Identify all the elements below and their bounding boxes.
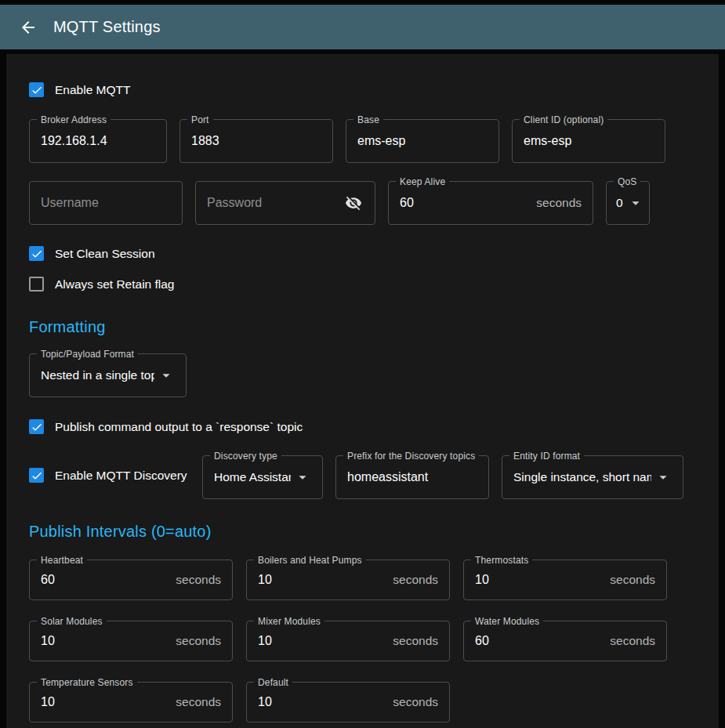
publish-intervals-heading: Publish Intervals (0=auto) bbox=[29, 523, 696, 541]
page-title: MQTT Settings bbox=[53, 18, 161, 36]
base-input[interactable] bbox=[357, 134, 488, 148]
mixer-input[interactable] bbox=[258, 634, 386, 648]
temperature-sensors-label: Temperature Sensors bbox=[37, 677, 137, 688]
broker-address-label: Broker Address bbox=[37, 114, 111, 125]
thermostats-input[interactable] bbox=[475, 573, 604, 587]
toggle-password-visibility-button[interactable] bbox=[343, 193, 364, 213]
water-interval-field[interactable]: Water Modules seconds bbox=[463, 621, 667, 661]
keep-alive-unit: seconds bbox=[536, 196, 582, 210]
topic-format-label: Topic/Payload Format bbox=[37, 349, 138, 360]
thermostats-unit: seconds bbox=[610, 573, 655, 587]
keep-alive-input[interactable] bbox=[400, 196, 530, 210]
enable-mqtt-row: Enable MQTT bbox=[29, 82, 696, 97]
broker-address-input[interactable] bbox=[41, 134, 155, 148]
enable-mqtt-checkbox[interactable] bbox=[29, 82, 44, 97]
checkmark-icon bbox=[31, 421, 43, 433]
discovery-type-select[interactable]: Discovery type Home Assistant bbox=[202, 455, 323, 499]
qos-value: 0 bbox=[616, 196, 624, 210]
water-input[interactable] bbox=[475, 634, 604, 648]
password-field[interactable] bbox=[195, 181, 375, 225]
discovery-prefix-field[interactable]: Prefix for the Discovery topics bbox=[335, 455, 489, 499]
boilers-input[interactable] bbox=[258, 573, 386, 587]
solar-input[interactable] bbox=[41, 634, 169, 648]
mixer-label: Mixer Modules bbox=[254, 616, 324, 627]
thermostats-label: Thermostats bbox=[471, 555, 532, 566]
caret-down-icon bbox=[294, 469, 311, 486]
app-bar: MQTT Settings bbox=[0, 5, 725, 49]
discovery-enable-row: Enable MQTT Discovery bbox=[29, 468, 190, 483]
boilers-label: Boilers and Heat Pumps bbox=[254, 555, 366, 566]
back-button[interactable] bbox=[11, 10, 45, 45]
boilers-unit: seconds bbox=[393, 573, 438, 587]
clean-session-row: Set Clean Session bbox=[29, 246, 696, 261]
heartbeat-label: Heartbeat bbox=[37, 555, 87, 566]
qos-label: QoS bbox=[614, 176, 640, 187]
visibility-off-icon bbox=[345, 194, 362, 212]
topic-format-value: Nested in a single topic bbox=[41, 368, 154, 382]
heartbeat-unit: seconds bbox=[176, 573, 221, 587]
topic-format-select[interactable]: Topic/Payload Format Nested in a single … bbox=[29, 353, 187, 397]
solar-label: Solar Modules bbox=[37, 616, 107, 627]
entity-id-format-label: Entity ID format bbox=[509, 451, 584, 462]
username-input[interactable] bbox=[41, 196, 171, 210]
credentials-row: Keep Alive seconds QoS 0 bbox=[29, 181, 696, 225]
settings-panel: Enable MQTT Broker Address Port Base Cli… bbox=[6, 54, 719, 728]
discovery-row: Enable MQTT Discovery Discovery type Hom… bbox=[29, 455, 696, 499]
port-field[interactable]: Port bbox=[179, 119, 333, 163]
broker-address-field[interactable]: Broker Address bbox=[29, 119, 167, 163]
water-label: Water Modules bbox=[471, 616, 543, 627]
back-arrow-icon bbox=[19, 18, 38, 37]
heartbeat-input[interactable] bbox=[41, 573, 169, 587]
temperature-sensors-interval-field[interactable]: Temperature Sensors seconds bbox=[29, 682, 233, 723]
keep-alive-field[interactable]: Keep Alive seconds bbox=[388, 181, 593, 225]
enable-mqtt-label: Enable MQTT bbox=[55, 83, 130, 97]
water-unit: seconds bbox=[610, 634, 655, 648]
discovery-prefix-input[interactable] bbox=[347, 470, 477, 484]
topic-format-row: Topic/Payload Format Nested in a single … bbox=[29, 353, 696, 397]
formatting-heading: Formatting bbox=[29, 318, 696, 336]
base-field[interactable]: Base bbox=[346, 119, 499, 163]
default-unit: seconds bbox=[393, 695, 438, 709]
username-field[interactable] bbox=[29, 181, 183, 225]
publish-intervals-grid: Heartbeat seconds Boilers and Heat Pumps… bbox=[29, 560, 696, 723]
client-id-field[interactable]: Client ID (optional) bbox=[512, 119, 665, 163]
discovery-prefix-label: Prefix for the Discovery topics bbox=[343, 451, 479, 462]
discovery-type-label: Discovery type bbox=[210, 451, 281, 462]
password-input[interactable] bbox=[207, 196, 343, 210]
checkmark-icon bbox=[31, 248, 43, 260]
caret-down-icon bbox=[627, 194, 644, 212]
qos-select[interactable]: QoS 0 bbox=[606, 181, 650, 225]
temperature-sensors-input[interactable] bbox=[41, 695, 169, 709]
retain-flag-checkbox[interactable] bbox=[29, 277, 44, 292]
keep-alive-label: Keep Alive bbox=[396, 176, 449, 187]
client-id-label: Client ID (optional) bbox=[520, 114, 607, 125]
port-input[interactable] bbox=[191, 134, 321, 148]
entity-id-format-value: Single instance, short name bbox=[513, 470, 651, 484]
publish-response-row: Publish command output to a `response` t… bbox=[29, 419, 696, 434]
discovery-enable-checkbox[interactable] bbox=[29, 468, 44, 483]
publish-response-label: Publish command output to a `response` t… bbox=[55, 420, 303, 434]
boilers-interval-field[interactable]: Boilers and Heat Pumps seconds bbox=[246, 560, 450, 600]
heartbeat-interval-field[interactable]: Heartbeat seconds bbox=[29, 560, 233, 600]
temperature-sensors-unit: seconds bbox=[176, 695, 221, 709]
entity-id-format-select[interactable]: Entity ID format Single instance, short … bbox=[502, 455, 683, 499]
retain-flag-label: Always set Retain flag bbox=[55, 277, 175, 292]
base-label: Base bbox=[353, 114, 383, 125]
retain-flag-row: Always set Retain flag bbox=[29, 277, 696, 292]
default-interval-field[interactable]: Default seconds bbox=[246, 682, 450, 723]
port-label: Port bbox=[187, 114, 213, 125]
default-input[interactable] bbox=[258, 695, 386, 709]
mixer-interval-field[interactable]: Mixer Modules seconds bbox=[246, 621, 450, 661]
thermostats-interval-field[interactable]: Thermostats seconds bbox=[463, 560, 667, 600]
connection-fields-row: Broker Address Port Base Client ID (opti… bbox=[29, 119, 696, 163]
client-id-input[interactable] bbox=[524, 134, 654, 148]
clean-session-checkbox[interactable] bbox=[29, 246, 44, 261]
checkmark-icon bbox=[31, 84, 43, 96]
solar-interval-field[interactable]: Solar Modules seconds bbox=[29, 621, 233, 661]
checkmark-icon bbox=[31, 469, 43, 482]
solar-unit: seconds bbox=[176, 634, 221, 648]
publish-response-checkbox[interactable] bbox=[29, 419, 44, 434]
clean-session-label: Set Clean Session bbox=[55, 247, 155, 261]
caret-down-icon bbox=[158, 367, 175, 384]
caret-down-icon bbox=[654, 469, 672, 486]
